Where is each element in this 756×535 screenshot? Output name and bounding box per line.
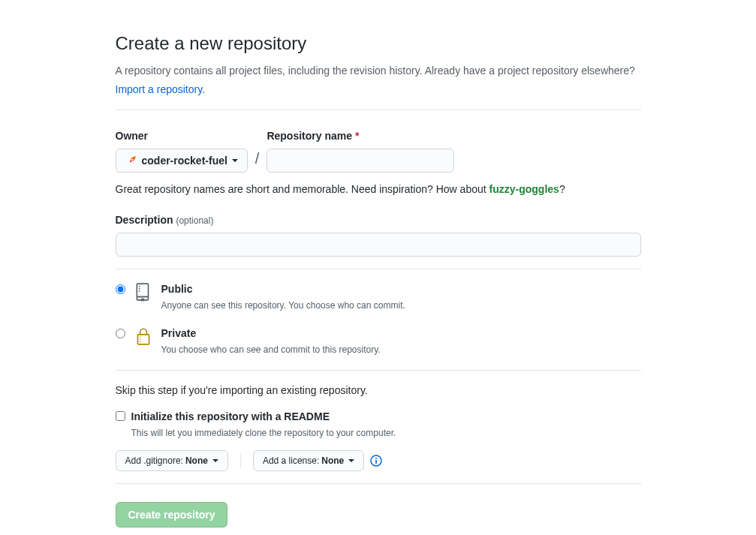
- repo-name-label: Repository name *: [267, 128, 454, 144]
- create-repository-button[interactable]: Create repository: [116, 502, 228, 527]
- slash-separator: /: [255, 147, 260, 173]
- info-icon[interactable]: [370, 455, 382, 467]
- svg-point-10: [375, 458, 377, 459]
- visibility-public-radio[interactable]: [116, 284, 125, 294]
- svg-rect-5: [137, 335, 149, 344]
- divider: [116, 370, 641, 371]
- svg-rect-11: [375, 460, 377, 464]
- description-input[interactable]: [116, 233, 641, 257]
- caret-down-icon: [232, 159, 238, 162]
- svg-point-2: [138, 286, 140, 287]
- visibility-private-desc: You choose who can see and commit to thi…: [161, 343, 641, 356]
- initialize-readme-title: Initialize this repository with a README: [131, 409, 396, 425]
- lock-icon: [133, 326, 154, 347]
- visibility-private-title: Private: [161, 326, 641, 341]
- svg-point-7: [139, 339, 140, 341]
- divider: [116, 269, 641, 269]
- svg-point-3: [138, 288, 140, 290]
- import-repository-link[interactable]: Import a repository.: [116, 83, 206, 95]
- visibility-private-radio[interactable]: [116, 329, 125, 338]
- svg-point-6: [139, 336, 140, 338]
- gitignore-dropdown[interactable]: Add .gitignore: None: [116, 450, 228, 471]
- repo-icon: [133, 281, 154, 302]
- visibility-public-title: Public: [161, 281, 641, 297]
- name-suggestion[interactable]: fuzzy-goggles: [489, 183, 559, 195]
- page-subtitle: A repository contains all project files,…: [116, 63, 641, 79]
- initialize-readme-desc: This will let you immediately clone the …: [131, 426, 396, 440]
- owner-label: Owner: [116, 128, 248, 144]
- visibility-public-desc: Anyone can see this repository. You choo…: [161, 299, 641, 312]
- page-title: Create a new repository: [116, 30, 641, 57]
- caret-down-icon: [348, 459, 354, 462]
- required-asterisk: *: [355, 130, 359, 142]
- owner-value: coder-rocket-fuel: [142, 155, 227, 167]
- repo-name-help: Great repository names are short and mem…: [116, 182, 641, 197]
- description-label: Description (optional): [116, 214, 214, 226]
- caret-down-icon: [212, 459, 218, 462]
- rocket-icon: [125, 155, 137, 167]
- svg-rect-0: [137, 284, 148, 296]
- license-dropdown[interactable]: Add a license: None: [253, 450, 364, 471]
- svg-point-4: [138, 290, 140, 292]
- divider: [116, 483, 641, 484]
- owner-select-button[interactable]: coder-rocket-fuel: [116, 149, 248, 173]
- divider: [116, 110, 641, 110]
- svg-point-8: [139, 341, 140, 343]
- vertical-divider: [240, 453, 241, 468]
- repo-name-input[interactable]: [267, 149, 454, 173]
- initialize-readme-checkbox[interactable]: [116, 411, 125, 421]
- skip-import-text: Skip this step if you're importing an ex…: [116, 383, 641, 398]
